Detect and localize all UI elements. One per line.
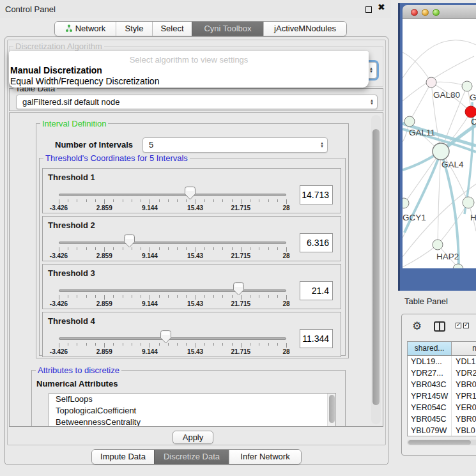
slider-track[interactable] [59, 337, 286, 340]
table-row[interactable]: YDR27...YDR2 [408, 367, 476, 379]
table-panel-title: Table Panel [404, 296, 448, 306]
slider-thumb[interactable] [160, 330, 171, 344]
close-traffic-light-icon[interactable] [411, 9, 418, 16]
slider-tick [268, 247, 269, 250]
tab-cyni-toolbox[interactable]: Cyni Toolbox [192, 22, 263, 36]
slider-tick [196, 295, 196, 300]
combo-arrows-icon: ▲▼ [370, 99, 374, 105]
network-node[interactable] [462, 81, 472, 91]
table-row[interactable]: YDL19...YDL1 [408, 356, 476, 367]
network-view-canvas[interactable]: GAL80GACGAL11GAL4GCY1HHAP2 [403, 19, 476, 268]
slider-thumb[interactable] [233, 282, 244, 296]
slider-tick [104, 343, 105, 348]
cell-shared-name[interactable]: YDR27... [408, 367, 452, 379]
slider-tick [259, 247, 259, 250]
slider-tick [132, 343, 132, 346]
popup-item-equal-width-frequency[interactable]: Equal Width/Frequency Discretization [10, 76, 159, 86]
network-node[interactable] [433, 240, 443, 250]
table-row[interactable]: YBL079WYBL0 [408, 425, 476, 436]
gear-icon[interactable]: ⚙ [412, 320, 422, 333]
cell-name[interactable]: YDL1 [452, 356, 476, 367]
network-node[interactable] [453, 264, 463, 268]
cell-name[interactable]: YPR1 [452, 390, 476, 402]
cell-shared-name[interactable]: YBR045C [408, 413, 452, 425]
network-node-label: GCY1 [403, 213, 426, 222]
number-of-intervals-combobox[interactable]: 5 ▲▼ [142, 137, 328, 153]
table-row[interactable]: YER054CYER0 [408, 402, 476, 413]
table-row[interactable]: YPR145WYPR1 [408, 390, 476, 402]
tab-impute-data[interactable]: Impute Data [92, 450, 154, 464]
checkbox-pair-icon[interactable] [456, 323, 469, 328]
table-row[interactable]: YBR043CYBR0 [408, 379, 476, 390]
attributes-group-title: Attributes to discretize [36, 365, 121, 375]
numerical-attributes-list[interactable]: SelfLoopsTopologicalCoefficientBetweenne… [49, 393, 336, 427]
cell-name[interactable]: YDR2 [452, 367, 476, 379]
close-icon[interactable]: ✖ [378, 2, 385, 12]
network-node[interactable] [404, 116, 415, 127]
network-node[interactable] [463, 197, 474, 208]
cell-name[interactable]: YBL0 [452, 425, 476, 436]
column-header-name[interactable]: na [452, 342, 476, 355]
tab-discretize-data[interactable]: Discretize Data [154, 450, 229, 464]
columns-icon[interactable] [434, 321, 445, 332]
cell-name[interactable]: YER0 [452, 402, 476, 413]
tab-network[interactable]: Network [55, 22, 116, 36]
cell-shared-name[interactable]: YDL19... [408, 356, 452, 367]
slider-tick [159, 247, 160, 250]
slider-track[interactable] [59, 289, 286, 292]
minimize-traffic-light-icon[interactable] [422, 9, 429, 16]
settings-vertical-scrollbar[interactable] [371, 115, 381, 424]
threshold-value-field[interactable]: 14.713 [300, 185, 333, 204]
table-horizontal-scrollbar[interactable] [407, 440, 476, 445]
slider-tick [141, 247, 141, 250]
apply-button[interactable]: Apply [173, 431, 213, 444]
network-node[interactable] [403, 198, 409, 208]
cell-shared-name[interactable]: YPR145W [408, 390, 452, 402]
network-window-titlebar[interactable] [403, 5, 476, 19]
slider-thumb[interactable] [185, 187, 196, 200]
tab-infer-network[interactable]: Infer Network [229, 450, 301, 464]
network-edge[interactable] [403, 245, 438, 267]
slider-tick [159, 199, 160, 202]
slider-tick [250, 343, 250, 346]
popup-item-manual-discretization[interactable]: Manual Discretization [10, 65, 102, 75]
table-row[interactable]: YBR045CYBR0 [408, 413, 476, 425]
threshold-value-field[interactable]: 21.4 [300, 281, 333, 300]
attribute-item[interactable]: SelfLoops [49, 394, 335, 405]
threshold-value-field[interactable]: 6.316 [300, 233, 333, 252]
threshold-value-field[interactable]: 11.344 [300, 329, 333, 348]
slider-tick-label: 2.859 [85, 204, 123, 211]
cell-shared-name[interactable]: YBL079W [408, 425, 452, 436]
network-edge[interactable] [403, 52, 431, 82]
network-graph[interactable]: GAL80GACGAL11GAL4GCY1HHAP2 [403, 19, 476, 268]
network-node[interactable] [433, 143, 449, 160]
slider-track[interactable] [59, 242, 286, 244]
network-edge[interactable] [438, 151, 441, 245]
attributes-scrollbar[interactable] [327, 394, 335, 427]
network-edge[interactable] [410, 82, 431, 121]
slider-tick [104, 247, 105, 252]
network-node[interactable] [426, 77, 436, 88]
tab-select[interactable]: Select [152, 22, 192, 36]
tab-style[interactable]: Style [116, 22, 152, 36]
network-node[interactable] [465, 106, 476, 118]
table-data-combobox[interactable]: galFiltered.sif default node ▲▼ [16, 95, 378, 109]
attribute-item[interactable]: TopologicalCoefficient [49, 405, 335, 417]
cell-shared-name[interactable]: YBR043C [408, 379, 452, 390]
column-header-shared-name[interactable]: shared... [408, 342, 452, 355]
slider-tick [241, 199, 242, 204]
network-edge[interactable] [438, 203, 468, 245]
slider-track[interactable] [59, 194, 286, 196]
cell-name[interactable]: YBR0 [452, 413, 476, 425]
cell-shared-name[interactable]: YER054C [408, 402, 452, 413]
slider-tick [177, 295, 178, 298]
float-window-icon[interactable] [365, 6, 372, 13]
slider-thumb[interactable] [124, 234, 135, 248]
tab-label: Impute Data [100, 452, 146, 461]
attribute-item[interactable]: BetweennessCentrality [49, 417, 335, 427]
cell-name[interactable]: YBR0 [452, 379, 476, 390]
zoom-traffic-light-icon[interactable] [433, 9, 440, 16]
network-edge[interactable] [403, 40, 476, 78]
tab-jactivemnodules[interactable]: jActiveMNodules [263, 22, 346, 36]
slider-tick [250, 247, 250, 250]
